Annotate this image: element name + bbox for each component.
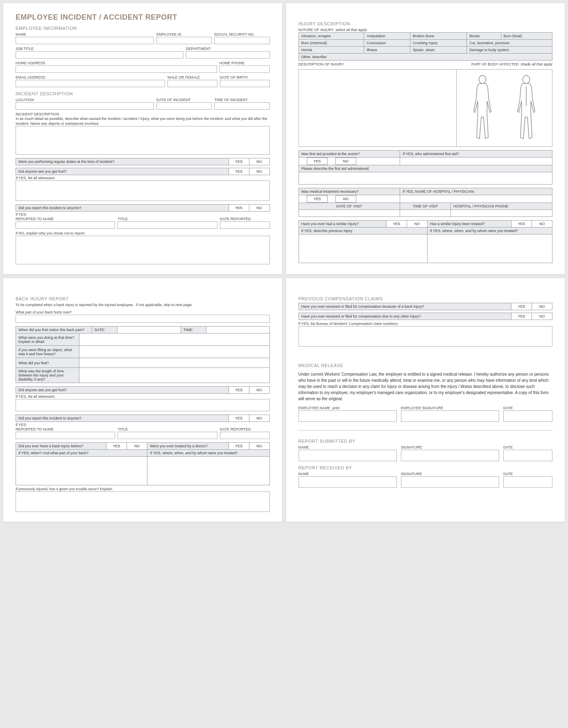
nature-cell[interactable]: Burn (chemical): [299, 40, 364, 47]
nature-cell[interactable]: Concussion: [364, 40, 410, 47]
medical-no[interactable]: NO: [336, 196, 356, 203]
hosp-phone-input[interactable]: [451, 210, 552, 217]
back-witness-list-textarea[interactable]: [16, 399, 270, 411]
nature-cell[interactable]: Cut, laceration, puncture: [467, 40, 552, 47]
reported-to-input[interactable]: [16, 221, 115, 229]
hospital-label: If YES, NAME OF HOSPITAL / PHYSICIAN:: [400, 188, 552, 195]
incident-desc-textarea[interactable]: [16, 126, 270, 155]
doctor-no[interactable]: NO: [249, 443, 269, 450]
nature-cell[interactable]: Hernia: [299, 47, 364, 54]
when-part-textarea[interactable]: [16, 457, 147, 485]
reporter-title-input[interactable]: [118, 221, 217, 229]
nature-cell[interactable]: Burn (heat): [501, 33, 552, 40]
firstaid-yes[interactable]: YES: [307, 158, 328, 165]
treated-yes[interactable]: YES: [511, 221, 532, 228]
back-reported-to-input[interactable]: [16, 432, 115, 439]
similar-no[interactable]: NO: [407, 221, 427, 228]
nature-cell[interactable]: Sprain, strain: [410, 47, 467, 54]
back-date-reported-input[interactable]: [220, 432, 270, 439]
treated-no[interactable]: NO: [532, 221, 552, 228]
employee-info-header: EMPLOYEE INFORMATION: [16, 26, 270, 31]
date-reported-input[interactable]: [220, 221, 270, 229]
witness-list-textarea[interactable]: [16, 180, 270, 201]
date-visit-input[interactable]: [299, 210, 400, 217]
emp-name-input[interactable]: [299, 410, 397, 422]
comp-back-no[interactable]: NO: [532, 303, 552, 310]
comp-other-yes[interactable]: YES: [511, 313, 532, 320]
nature-cell[interactable]: Broken Bone: [410, 33, 467, 40]
comp-back-yes[interactable]: YES: [511, 303, 532, 310]
medical-yes[interactable]: YES: [307, 196, 328, 203]
submitted-signature-input[interactable]: [401, 450, 499, 461]
hospital-input[interactable]: [400, 195, 552, 203]
home-phone-input[interactable]: [220, 65, 270, 73]
nature-cell[interactable]: Bruise: [467, 33, 501, 40]
time-visit-input[interactable]: [400, 210, 451, 217]
firstaid-who-input[interactable]: [400, 158, 552, 165]
page-1: EMPLOYEE INCIDENT / ACCIDENT REPORT EMPL…: [3, 3, 282, 274]
firstaid-desc-textarea[interactable]: [299, 172, 552, 185]
dob-input[interactable]: [220, 80, 270, 87]
nature-cell[interactable]: Crushing Injury: [410, 40, 467, 47]
duties-yes[interactable]: YES: [229, 158, 249, 165]
location-input[interactable]: [16, 102, 154, 110]
back-witness-yes[interactable]: YES: [229, 387, 249, 394]
nature-cell[interactable]: Illness: [364, 47, 410, 54]
prev-back-no[interactable]: NO: [127, 443, 147, 450]
back-report-no[interactable]: NO: [249, 415, 269, 422]
email-input[interactable]: [16, 80, 165, 87]
where-treated-textarea[interactable]: [147, 457, 269, 485]
report-no[interactable]: NO: [249, 205, 269, 212]
duties-no[interactable]: NO: [249, 158, 269, 165]
similar-yes[interactable]: YES: [386, 221, 407, 228]
bureau-textarea[interactable]: [299, 326, 553, 347]
nature-cell[interactable]: Amputation: [364, 33, 410, 40]
nature-other-cell[interactable]: Other, describe:: [299, 54, 552, 61]
length-input[interactable]: [79, 368, 269, 383]
notice-time-input[interactable]: [206, 327, 269, 334]
witness-no[interactable]: NO: [249, 168, 269, 175]
name-input[interactable]: [16, 37, 154, 44]
medical-release-text: Under current Workers' Compensation Law,…: [299, 371, 553, 402]
emp-signature-input[interactable]: [401, 410, 499, 422]
comp-other-no[interactable]: NO: [532, 313, 552, 320]
firstaid-no[interactable]: NO: [336, 158, 356, 165]
release-date-input[interactable]: [503, 410, 552, 422]
doctor-yes[interactable]: YES: [229, 443, 249, 450]
received-date-input[interactable]: [503, 476, 552, 488]
employee-id-input[interactable]: [156, 37, 212, 44]
feel-input[interactable]: [79, 358, 269, 368]
nature-cell[interactable]: Abrasion, scrapes: [299, 33, 364, 40]
body-diagram[interactable]: [457, 70, 552, 147]
incident-desc-note: In as much detail as possible, describe …: [16, 117, 270, 126]
desc-injury-textarea[interactable]: [299, 70, 457, 147]
submitted-name-input[interactable]: [299, 450, 397, 461]
prev-back-yes[interactable]: YES: [106, 443, 127, 450]
lifting-input[interactable]: [79, 346, 269, 358]
department-input[interactable]: [186, 51, 270, 59]
prev-back-question: Did you ever have a back injury before?: [16, 443, 106, 450]
doing-input[interactable]: [79, 334, 269, 346]
job-title-input[interactable]: [16, 51, 183, 59]
witness-yes[interactable]: YES: [229, 168, 249, 175]
nature-cell[interactable]: Damage to body system: [467, 47, 552, 54]
time-incident-input[interactable]: [214, 102, 269, 110]
no-explain-textarea[interactable]: [16, 236, 270, 264]
received-signature-input[interactable]: [401, 476, 499, 488]
back-part-input[interactable]: [16, 315, 270, 323]
gender-input[interactable]: [167, 80, 217, 87]
home-address-input[interactable]: [16, 65, 217, 73]
submitted-date-input[interactable]: [503, 450, 552, 461]
prev-injury-textarea[interactable]: [299, 234, 427, 263]
received-name-input[interactable]: [299, 476, 397, 488]
where-treated-textarea[interactable]: [427, 234, 552, 263]
notice-date-input[interactable]: [117, 327, 181, 334]
back-witness-no[interactable]: NO: [249, 387, 269, 394]
ssn-input[interactable]: [214, 37, 269, 44]
report-yes[interactable]: YES: [229, 205, 249, 212]
date-incident-input[interactable]: [156, 102, 212, 110]
back-report-yes[interactable]: YES: [229, 415, 249, 422]
back-reporter-title-input[interactable]: [118, 432, 217, 439]
nature-injury-table: Abrasion, scrapesAmputationBroken BoneBr…: [299, 32, 553, 61]
trouble-textarea[interactable]: [16, 491, 270, 512]
